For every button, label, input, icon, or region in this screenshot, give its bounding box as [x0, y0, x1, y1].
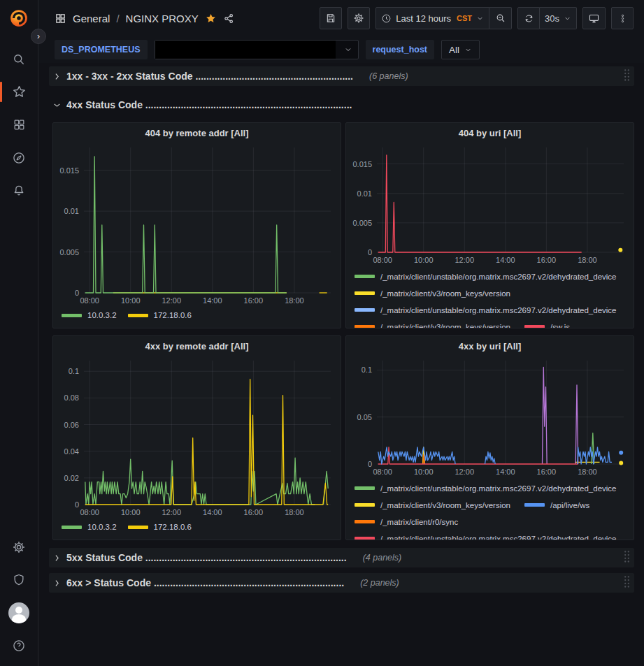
row-drag-handle[interactable]	[624, 575, 630, 591]
panel-legend: 10.0.3.2172.18.0.6	[53, 307, 341, 328]
legend-label: /_matrix/client/v3/room_keys/version	[380, 501, 510, 509]
x-axis-tick-label: 10:00	[121, 508, 141, 516]
legend-label: /sw.js	[550, 323, 570, 328]
series-line	[85, 157, 287, 293]
zoom-out-time-button[interactable]	[489, 7, 512, 29]
x-axis-tick-label: 16:00	[244, 296, 264, 305]
panel-404-by-remote-addr: 404 by remote addr [All] 08:0010:0012:00…	[52, 122, 341, 328]
sidebar-item-server-admin[interactable]	[0, 563, 38, 596]
sidebar-item-search[interactable]	[0, 43, 38, 75]
dashboard-settings-button[interactable]	[348, 7, 370, 29]
time-range-picker[interactable]: Last 12 hours CST	[375, 7, 489, 29]
panel-title[interactable]: 404 by uri [All]	[346, 123, 634, 143]
sidebar-item-explore[interactable]	[0, 141, 38, 174]
panel-title[interactable]: 4xx by uri [All]	[346, 336, 634, 356]
breadcrumb-dashboard-title[interactable]: NGINX PROXY	[126, 13, 199, 24]
dashboard-variables-bar: DS_PROMETHEUS request_host All	[38, 36, 644, 63]
sidebar-item-starred[interactable]	[0, 75, 38, 108]
monitor-icon	[588, 13, 600, 24]
x-axis-tick-label: 10:00	[414, 468, 434, 476]
save-dashboard-button[interactable]	[320, 7, 342, 29]
shield-icon	[12, 573, 26, 587]
compass-icon	[12, 151, 26, 165]
legend-color-swatch	[355, 325, 375, 328]
grafana-logo-icon[interactable]	[8, 8, 29, 29]
legend-item[interactable]: /_matrix/client/v3/room_keys/version	[355, 321, 510, 328]
legend-color-swatch	[355, 486, 375, 490]
legend-item[interactable]: 172.18.0.6	[128, 522, 192, 533]
sidebar-item-profile[interactable]	[0, 596, 38, 629]
share-icon[interactable]	[223, 13, 235, 24]
legend-item[interactable]: /_matrix/client/unstable/org.matrix.msc2…	[355, 305, 617, 315]
legend-item[interactable]: /api/live/ws	[524, 500, 589, 510]
sidebar-expand-button[interactable]: ›	[31, 29, 46, 44]
row-header-1xx-3xx-2xx[interactable]: 1xx - 3xx - 2xx Status Code ............…	[49, 66, 634, 86]
row-drag-handle[interactable]	[624, 68, 630, 85]
datasource-variable-select[interactable]	[155, 40, 359, 59]
x-axis-tick-label: 14:00	[496, 256, 515, 264]
legend-item[interactable]: 10.0.3.2	[62, 310, 117, 321]
favorite-star-icon[interactable]	[205, 13, 217, 24]
row-header-4xx[interactable]: 4xx Status Code ........................…	[49, 95, 634, 115]
panel-404-by-uri: 404 by uri [All] 08:0010:0012:0014:0016:…	[345, 122, 634, 328]
row-title: 4xx Status Code ........................…	[66, 99, 352, 110]
legend-label: /_matrix/client/unstable/org.matrix.msc2…	[380, 306, 617, 314]
y-axis-tick-label: 0.01	[64, 207, 79, 215]
legend-item[interactable]: 172.18.0.6	[128, 310, 192, 321]
y-axis-tick-label: 0.02	[64, 474, 79, 482]
legend-color-swatch	[355, 537, 375, 540]
legend-item[interactable]: /_matrix/client/v3/room_keys/version	[355, 288, 510, 298]
x-axis-tick-label: 18:00	[285, 508, 304, 516]
request-host-variable-select[interactable]: All	[441, 40, 480, 59]
row-drag-handle[interactable]	[624, 550, 630, 566]
avatar	[8, 602, 29, 623]
x-axis-tick-label: 08:00	[373, 256, 392, 264]
clock-icon	[381, 13, 392, 24]
legend-item[interactable]: /sw.js	[524, 321, 570, 328]
chevron-right-icon	[52, 579, 62, 588]
refresh-button[interactable]	[517, 7, 540, 29]
chart-canvas-4xx-remote-addr[interactable]: 08:0010:0012:0014:0016:0018:0000.020.040…	[53, 356, 341, 519]
y-axis-tick-label: 0.04	[64, 447, 79, 456]
legend-item[interactable]: /_matrix/client/unstable/org.matrix.msc2…	[355, 271, 617, 282]
chart-canvas-4xx-uri[interactable]: 08:0010:0012:0014:0016:0018:0000.050.1	[346, 356, 634, 478]
panel-title[interactable]: 4xx by remote addr [All]	[53, 336, 341, 356]
legend-color-swatch	[355, 520, 375, 523]
legend-color-swatch	[128, 314, 148, 317]
legend-item[interactable]: /_matrix/client/r0/sync	[355, 516, 458, 527]
row-panel-count: (4 panels)	[363, 553, 402, 563]
more-options-button[interactable]	[611, 7, 634, 29]
row-header-6xx[interactable]: 6xx > Status Code ......................…	[49, 573, 634, 593]
row-header-5xx[interactable]: 5xx Status Code ........................…	[49, 548, 634, 567]
legend-item[interactable]: /_matrix/client/v3/room_keys/version	[355, 500, 510, 510]
legend-label: 172.18.0.6	[154, 311, 192, 319]
sidebar-item-help[interactable]	[0, 629, 38, 662]
legend-color-swatch	[524, 503, 545, 507]
chevron-down-icon	[52, 101, 62, 110]
x-axis-tick-label: 18:00	[578, 256, 597, 264]
tv-mode-button[interactable]	[582, 7, 606, 29]
y-axis-tick-label: 0.1	[362, 365, 372, 374]
refresh-interval-label: 30s	[545, 13, 559, 24]
chart-canvas-404-uri[interactable]: 08:0010:0012:0014:0016:0018:0000.0050.01…	[346, 143, 634, 266]
refresh-interval-picker[interactable]: 30s	[540, 7, 577, 29]
sidebar-item-alerting[interactable]	[0, 174, 38, 207]
chart-canvas-404-remote-addr[interactable]: 08:0010:0012:0014:0016:0018:0000.0050.01…	[53, 143, 341, 307]
sidebar-item-dashboards[interactable]	[0, 108, 38, 141]
datasource-variable-label: DS_PROMETHEUS	[55, 40, 148, 59]
legend-item[interactable]: /_matrix/client/unstable/org.matrix.msc2…	[355, 533, 617, 540]
panel-legend: /_matrix/client/unstable/org.matrix.msc2…	[346, 266, 634, 328]
legend-label: /_matrix/client/v3/room_keys/version	[380, 289, 510, 298]
legend-item[interactable]: 10.0.3.2	[62, 522, 117, 533]
legend-item[interactable]: /_matrix/client/unstable/org.matrix.msc2…	[355, 483, 617, 493]
x-axis-tick-label: 16:00	[244, 508, 264, 516]
chevron-right-icon	[52, 72, 62, 81]
sidebar-item-configuration[interactable]	[0, 530, 38, 563]
panel-title[interactable]: 404 by remote addr [All]	[53, 123, 341, 143]
y-axis-tick-label: 0	[368, 248, 372, 256]
breadcrumb-folder[interactable]: General	[73, 13, 110, 24]
x-axis-tick-label: 12:00	[162, 296, 182, 305]
sidebar	[0, 0, 38, 666]
y-axis-tick-label: 0	[368, 460, 372, 468]
panel-grid: 404 by remote addr [All] 08:0010:0012:00…	[52, 122, 634, 540]
